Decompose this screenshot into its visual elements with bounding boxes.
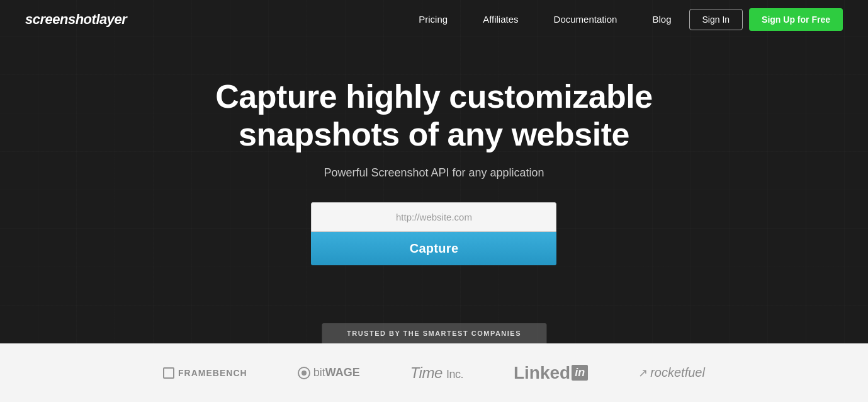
nav-links: Pricing Affiliates Documentation Blog Si… (401, 0, 843, 39)
hero-section: Capture highly customizable snapshots of… (0, 0, 868, 343)
rocketfuel-icon: ↗ (638, 366, 648, 380)
hero-title: Capture highly customizable snapshots of… (215, 78, 652, 154)
logo-bitwage: bitWAGE (298, 366, 360, 379)
nav-link-pricing[interactable]: Pricing (401, 0, 465, 39)
hero-content: Capture highly customizable snapshots of… (203, 78, 665, 265)
signin-button[interactable]: Sign In (689, 9, 743, 30)
logos-bar: FRAMEBENCH bitWAGE Time Inc. Linked in ↗… (0, 343, 868, 402)
navbar: screenshotlayer Pricing Affiliates Docum… (0, 0, 868, 39)
bitwage-icon (298, 367, 310, 379)
nav-link-blog[interactable]: Blog (634, 0, 689, 39)
rocketfuel-text: rocketfuel (650, 365, 705, 380)
logo-rocketfuel: ↗ rocketfuel (638, 365, 705, 380)
logo-timeinc: Time Inc. (410, 364, 463, 382)
hero-form: Capture (311, 202, 556, 265)
framebench-icon (163, 367, 174, 379)
nav-link-documentation[interactable]: Documentation (536, 0, 635, 39)
capture-button[interactable]: Capture (311, 232, 556, 265)
framebench-text: FRAMEBENCH (178, 368, 247, 378)
nav-link-affiliates[interactable]: Affiliates (465, 0, 536, 39)
logo-linkedin: Linked in (514, 363, 588, 383)
linkedin-text: Linked in (514, 363, 588, 383)
logo[interactable]: screenshotlayer (25, 11, 127, 28)
timeinc-text: Time Inc. (410, 364, 463, 382)
trusted-banner: TRUSTED BY THE SMARTEST COMPANIES (322, 323, 546, 343)
logo-framebench: FRAMEBENCH (163, 367, 247, 379)
hero-subtitle: Powerful Screenshot API for any applicat… (215, 166, 652, 180)
signup-button[interactable]: Sign Up for Free (749, 8, 843, 31)
bitwage-text: bitWAGE (313, 366, 360, 379)
url-input[interactable] (311, 202, 556, 232)
